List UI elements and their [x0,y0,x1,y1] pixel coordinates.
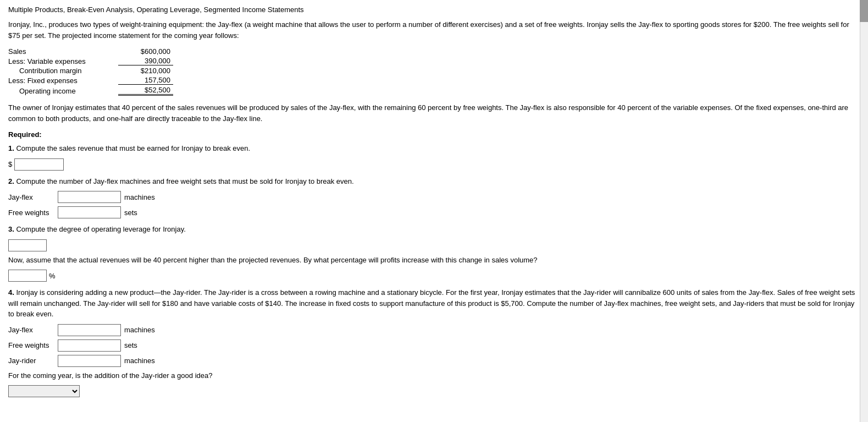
income-row-contribution: Contribution margin $210,000 [8,67,860,75]
question-4-jayflex-row: Jay-flex machines [8,324,860,336]
income-value-contribution: $210,000 [118,67,173,75]
freeweights-quantity-input-4[interactable] [58,339,121,352]
machines-suffix-jayrider: machines [124,357,155,365]
question-3-followup: Now, assume that the actual revenues wil… [8,255,860,266]
jayrider-label-4: Jay-rider [8,357,58,365]
freeweights-label-2: Free weights [8,209,58,217]
question-4-jayrider-row: Jay-rider machines [8,355,860,367]
question-3-percent-row: % [8,270,860,282]
income-row-fixed: Less: Fixed expenses 157,500 [8,76,860,85]
owner-text: The owner of Ironjay estimates that 40 p… [8,102,860,124]
machines-suffix-2: machines [124,193,155,201]
question-1: 1. Compute the sales revenue that must b… [8,143,860,171]
question-3: 3. Compute the degree of operating lever… [8,224,860,282]
question-1-input-row: $ [8,158,860,171]
question-2-number: 2. [8,177,14,185]
scrollbar-thumb[interactable] [860,0,868,22]
income-row-variable: Less: Variable expenses 390,000 [8,57,860,65]
scrollbar[interactable] [860,0,868,422]
sets-suffix-2: sets [124,209,137,217]
question-2-jayflex-row: Jay-flex machines [8,191,860,203]
machines-suffix-4: machines [124,326,155,334]
percent-suffix-3: % [49,272,56,280]
jayrider-quantity-input-4[interactable] [58,355,121,367]
question-2-freeweights-row: Free weights sets [8,206,860,218]
question-2-text: 2. Compute the number of Jay-flex machin… [8,176,860,187]
income-label-contribution: Contribution margin [8,67,118,75]
income-value-sales: $600,000 [118,47,173,56]
dollar-prefix-1: $ [8,160,12,168]
break-even-revenue-input[interactable] [14,158,64,171]
jayflex-label-4: Jay-flex [8,326,58,334]
question-2: 2. Compute the number of Jay-flex machin… [8,176,860,219]
income-statement-table: Sales $600,000 Less: Variable expenses 3… [8,47,860,96]
question-4-select-row: Yes No [8,385,860,397]
income-row-sales: Sales $600,000 [8,47,860,56]
operating-leverage-input[interactable] [8,239,47,251]
page-title: Multiple Products, Break-Even Analysis, … [8,6,860,14]
question-3-text: 3. Compute the degree of operating lever… [8,224,860,235]
question-1-text: 1. Compute the sales revenue that must b… [8,143,860,154]
good-idea-select[interactable]: Yes No [8,385,80,397]
question-4-freeweights-row: Free weights sets [8,339,860,352]
jayflex-label-2: Jay-flex [8,193,58,201]
question-1-number: 1. [8,144,14,152]
freeweights-label-4: Free weights [8,341,58,349]
question-4-number: 4. [8,288,14,297]
income-label-fixed: Less: Fixed expenses [8,76,118,85]
question-4-text: 4. Ironjay is considering adding a new p… [8,287,860,320]
jayflex-quantity-input-4[interactable] [58,324,121,336]
question-4: 4. Ironjay is considering adding a new p… [8,287,860,397]
question-3-number: 3. [8,225,14,233]
intro-text: Ironjay, Inc., produces two types of wei… [8,19,860,41]
profit-increase-input[interactable] [8,270,47,282]
question-4-followup: For the coming year, is the addition of … [8,370,860,381]
income-label-sales: Sales [8,47,118,56]
income-value-variable: 390,000 [118,57,173,65]
jayflex-quantity-input[interactable] [58,191,121,203]
income-row-operating: Operating income $52,500 [8,86,860,96]
income-value-fixed: 157,500 [118,76,173,85]
required-label: Required: [8,130,860,139]
income-label-variable: Less: Variable expenses [8,57,118,65]
income-value-operating: $52,500 [118,86,173,96]
income-label-operating: Operating income [8,87,118,95]
sets-suffix-4: sets [124,341,137,349]
freeweights-quantity-input[interactable] [58,206,121,218]
question-3-leverage-row [8,239,860,251]
